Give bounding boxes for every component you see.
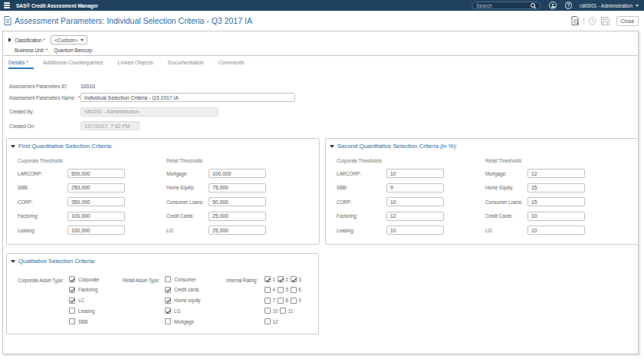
tab-bar: Details* Additional Counterparties Linke… bbox=[3, 57, 638, 70]
close-button[interactable]: Close bbox=[616, 16, 639, 26]
search-icon[interactable] bbox=[531, 3, 536, 8]
rating-4-checkbox[interactable] bbox=[264, 287, 271, 293]
home-equity-checkbox[interactable] bbox=[165, 298, 171, 304]
collapse-arrow-icon[interactable] bbox=[11, 260, 15, 263]
lg-checkbox[interactable] bbox=[165, 308, 171, 314]
created-by-input bbox=[80, 107, 219, 117]
factoring-label: Factoring: bbox=[337, 213, 386, 219]
validate-icon[interactable] bbox=[571, 16, 580, 25]
retail-thresholds-header: Retail Thresholds bbox=[485, 158, 521, 163]
factoring-input[interactable] bbox=[67, 212, 125, 221]
menu-icon[interactable] bbox=[4, 2, 10, 8]
factoring-checkbox[interactable] bbox=[69, 287, 75, 293]
credit-cards-checkbox[interactable] bbox=[165, 287, 171, 293]
home-equity-input[interactable] bbox=[209, 183, 266, 193]
chevron-down-icon bbox=[80, 39, 84, 41]
leasing-pct-input[interactable] bbox=[386, 225, 444, 235]
mortgage-checkbox[interactable] bbox=[165, 318, 171, 324]
search-placeholder: Search bbox=[476, 3, 492, 8]
corp-label: CORP: bbox=[18, 199, 67, 205]
corporate-checkbox[interactable] bbox=[69, 276, 75, 282]
leasing-input[interactable] bbox=[67, 225, 125, 235]
home-equity-pct-input[interactable] bbox=[527, 183, 585, 193]
sbb-label: SBB: bbox=[337, 185, 386, 190]
lc-checkbox[interactable] bbox=[69, 298, 75, 304]
required-asterisk: * bbox=[44, 38, 46, 43]
help-icon[interactable]: ? bbox=[565, 2, 573, 9]
leasing-checkbox[interactable] bbox=[69, 308, 75, 314]
created-on-input bbox=[80, 121, 140, 130]
required-asterisk: * bbox=[78, 95, 80, 100]
required-asterisk: * bbox=[46, 48, 48, 53]
main-panel: Classification * <Custom> Business Unit:… bbox=[2, 31, 639, 354]
credit-cards-label: Credit Cards: bbox=[485, 213, 527, 219]
collapse-arrow-icon[interactable] bbox=[8, 38, 12, 42]
leasing-label: Leasing: bbox=[18, 228, 67, 233]
credit-cards-label: Credit Cards: bbox=[166, 213, 209, 219]
mortgage-label: Mortgage: bbox=[166, 171, 209, 176]
rating-12-checkbox[interactable] bbox=[264, 318, 271, 324]
mortgage-label: Mortgage: bbox=[485, 171, 527, 176]
consumer-loans-input[interactable] bbox=[209, 197, 266, 206]
tab-linked-objects[interactable]: Linked Objects bbox=[118, 57, 159, 70]
sbb-checkbox[interactable] bbox=[69, 318, 75, 324]
corporate-thresholds-header: Corporate Thresholds bbox=[18, 158, 63, 163]
tab-documentation[interactable]: Documentation bbox=[168, 57, 209, 70]
mortgage-input[interactable] bbox=[209, 169, 266, 178]
rating-5-checkbox[interactable] bbox=[278, 287, 284, 293]
save-icon[interactable] bbox=[601, 17, 610, 25]
rating-9-checkbox[interactable] bbox=[291, 298, 297, 304]
assessment-id-value: 10010 bbox=[80, 84, 95, 89]
consumer-checkbox[interactable] bbox=[165, 276, 171, 282]
tab-comments[interactable]: Comments bbox=[219, 57, 250, 70]
factoring-pct-input[interactable] bbox=[386, 212, 444, 221]
retail-thresholds-header: Retail Thresholds bbox=[166, 158, 202, 163]
credit-cards-input[interactable] bbox=[209, 212, 266, 221]
rating-2-checkbox[interactable] bbox=[278, 276, 284, 282]
created-on-label: Created On: bbox=[9, 123, 80, 129]
classification-section: Classification * <Custom> Business Unit:… bbox=[3, 31, 638, 56]
sbb-input[interactable] bbox=[67, 183, 125, 193]
history-icon[interactable] bbox=[588, 17, 596, 25]
chevron-down-icon bbox=[636, 5, 639, 7]
corp-input[interactable] bbox=[67, 197, 125, 206]
consumer-loans-pct-input[interactable] bbox=[527, 197, 585, 206]
user-icon[interactable] bbox=[549, 2, 557, 9]
larcorp-pct-input[interactable] bbox=[386, 169, 444, 178]
tab-details[interactable]: Details* bbox=[8, 57, 34, 70]
consumer-loans-label: Consumer Loans: bbox=[485, 199, 527, 205]
larcorp-input[interactable] bbox=[67, 169, 125, 178]
business-unit-value: Quantum Bancorp bbox=[54, 48, 92, 53]
corp-pct-input[interactable] bbox=[386, 197, 444, 206]
classification-dropdown[interactable]: <Custom> bbox=[51, 35, 87, 44]
assessment-name-input[interactable] bbox=[80, 93, 295, 102]
search-input[interactable]: Search bbox=[472, 2, 540, 9]
tab-additional-counterparties[interactable]: Additional Counterparties bbox=[43, 57, 109, 70]
rating-1-checkbox[interactable] bbox=[264, 276, 271, 282]
leasing-label: Leasing: bbox=[337, 228, 386, 233]
lg-pct-input[interactable] bbox=[527, 225, 585, 235]
rating-3-checkbox[interactable] bbox=[291, 276, 297, 282]
assessment-id-label: Assessment Parameters ID: bbox=[9, 84, 80, 89]
rating-11-checkbox[interactable] bbox=[280, 308, 286, 314]
internal-rating-label: Internal Rating: bbox=[226, 278, 258, 283]
mortgage-pct-input[interactable] bbox=[527, 169, 585, 178]
home-equity-label: Home Equity: bbox=[166, 185, 209, 190]
factoring-label: Factoring: bbox=[18, 213, 67, 219]
sbb-label: SBB: bbox=[18, 185, 67, 190]
rating-8-checkbox[interactable] bbox=[278, 298, 284, 304]
created-by-label: Created By: bbox=[9, 109, 80, 114]
panel-title: Second Quantitative Selection Criteria (… bbox=[337, 143, 457, 150]
user-menu[interactable]: rdt0001 - Administration bbox=[580, 3, 639, 8]
collapse-arrow-icon[interactable] bbox=[11, 145, 15, 148]
corporate-asset-type-label: Corporate Asset Type: bbox=[18, 278, 64, 283]
collapse-arrow-icon[interactable] bbox=[330, 145, 334, 148]
credit-cards-pct-input[interactable] bbox=[527, 212, 585, 221]
rating-6-checkbox[interactable] bbox=[291, 287, 297, 293]
lg-input[interactable] bbox=[209, 225, 266, 235]
qualitative-panel: Qualitative Selection Criteria: Corporat… bbox=[6, 253, 319, 334]
assessment-name-label: Assessment Parameters Name: * bbox=[9, 95, 80, 100]
sbb-pct-input[interactable] bbox=[386, 183, 444, 193]
rating-7-checkbox[interactable] bbox=[264, 298, 271, 304]
rating-10-checkbox[interactable] bbox=[264, 308, 271, 314]
